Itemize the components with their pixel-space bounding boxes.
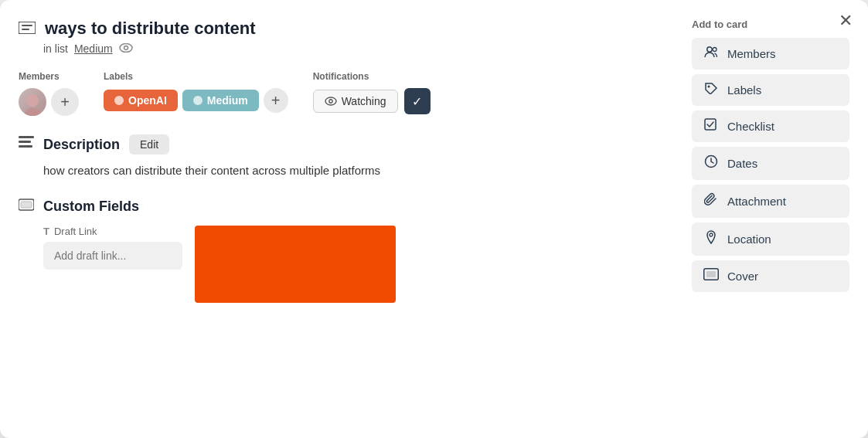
svg-rect-0 <box>19 22 36 34</box>
svg-point-4 <box>124 46 128 50</box>
labels-label: Labels <box>104 71 288 82</box>
main-content: ways to distribute content in list Mediu… <box>19 19 679 419</box>
svg-rect-11 <box>21 202 32 208</box>
svg-rect-9 <box>19 145 32 148</box>
svg-rect-2 <box>22 29 29 30</box>
svg-rect-1 <box>22 25 32 26</box>
attachment-sidebar-icon <box>703 192 720 210</box>
card-type-icon <box>19 20 36 38</box>
svg-point-13 <box>713 48 717 52</box>
members-section: Members + <box>19 71 79 116</box>
watching-check-button[interactable]: ✓ <box>404 88 431 114</box>
draft-link-label-row: T Draft Link <box>43 226 182 237</box>
edit-description-button[interactable]: Edit <box>129 134 169 154</box>
svg-point-6 <box>328 100 332 103</box>
custom-fields-title: Custom Fields <box>43 199 139 215</box>
sidebar: Add to card Members Labels <box>679 19 849 419</box>
location-sidebar-icon <box>703 230 720 248</box>
custom-fields-header: Custom Fields <box>19 199 661 215</box>
meta-row: Members + Labels Op <box>19 71 661 116</box>
draft-link-label-text: Draft Link <box>54 226 97 237</box>
sidebar-item-attachment[interactable]: Attachment <box>692 185 849 218</box>
svg-point-12 <box>707 47 712 52</box>
card-title-row: ways to distribute content <box>19 19 661 39</box>
label-medium[interactable]: Medium <box>182 90 259 111</box>
label-openai-text: OpenAI <box>128 94 167 107</box>
sidebar-checklist-label: Checklist <box>727 120 774 133</box>
notifications-section: Notifications Watching ✓ <box>313 71 431 114</box>
svg-rect-19 <box>706 271 716 277</box>
watching-eye-icon <box>325 97 337 106</box>
members-sidebar-icon <box>703 46 720 62</box>
custom-fields-section: Custom Fields T Draft Link <box>19 199 661 303</box>
svg-point-5 <box>325 97 336 105</box>
add-label-button[interactable]: + <box>264 88 288 113</box>
in-list-text: in list <box>43 42 68 55</box>
draft-link-input[interactable] <box>43 242 182 270</box>
watch-icon[interactable] <box>119 42 133 56</box>
labels-sidebar-icon <box>703 82 720 98</box>
sidebar-members-label: Members <box>727 47 776 60</box>
close-button[interactable]: ✕ <box>839 12 853 29</box>
description-title: Description <box>43 137 120 153</box>
sidebar-dates-label: Dates <box>727 157 757 170</box>
add-to-card-label: Add to card <box>692 19 849 30</box>
orange-preview-box <box>195 226 396 303</box>
check-icon: ✓ <box>412 94 422 109</box>
sidebar-attachment-label: Attachment <box>727 195 786 208</box>
watching-button[interactable]: Watching <box>313 90 398 113</box>
card-modal: ✕ ways to distribute content in list Med… <box>0 0 868 438</box>
sidebar-item-labels[interactable]: Labels <box>692 74 849 106</box>
svg-rect-7 <box>19 136 34 138</box>
dates-sidebar-icon <box>703 154 720 172</box>
add-member-button[interactable]: + <box>51 88 79 116</box>
sidebar-item-members[interactable]: Members <box>692 38 849 70</box>
svg-point-3 <box>120 44 132 53</box>
cover-sidebar-icon <box>703 268 720 284</box>
sidebar-item-location[interactable]: Location <box>692 222 849 256</box>
card-title: ways to distribute content <box>45 19 256 39</box>
watching-label: Watching <box>342 95 386 107</box>
svg-rect-15 <box>705 119 716 130</box>
labels-section: Labels OpenAI Medium + <box>104 71 288 113</box>
description-icon <box>19 136 34 154</box>
sidebar-cover-label: Cover <box>727 270 758 283</box>
label-dot-medium <box>193 96 203 105</box>
notifications-row: Watching ✓ <box>313 88 431 114</box>
avatar[interactable] <box>19 88 46 116</box>
sidebar-item-checklist[interactable]: Checklist <box>692 110 849 142</box>
members-row: + <box>19 88 79 116</box>
svg-point-14 <box>708 86 710 88</box>
label-openai[interactable]: OpenAI <box>104 90 178 111</box>
sidebar-item-cover[interactable]: Cover <box>692 260 849 292</box>
members-label: Members <box>19 71 79 82</box>
sidebar-location-label: Location <box>727 233 771 246</box>
text-type-icon: T <box>43 226 49 237</box>
svg-point-17 <box>710 233 713 236</box>
sidebar-labels-label: Labels <box>727 83 761 97</box>
description-text: how creators can distribute their conten… <box>43 164 661 177</box>
notifications-label: Notifications <box>313 71 431 82</box>
card-list-row: in list Medium <box>43 42 661 56</box>
draft-link-field: T Draft Link <box>43 226 182 270</box>
label-medium-text: Medium <box>207 94 248 107</box>
list-link[interactable]: Medium <box>74 42 113 55</box>
svg-rect-8 <box>19 141 31 143</box>
description-header: Description Edit <box>19 134 661 154</box>
sidebar-item-dates[interactable]: Dates <box>692 147 849 180</box>
checklist-sidebar-icon <box>703 118 720 134</box>
label-dot-openai <box>114 96 124 105</box>
labels-row: OpenAI Medium + <box>104 88 288 113</box>
custom-fields-icon <box>19 199 34 215</box>
custom-fields-body: T Draft Link <box>43 226 661 303</box>
